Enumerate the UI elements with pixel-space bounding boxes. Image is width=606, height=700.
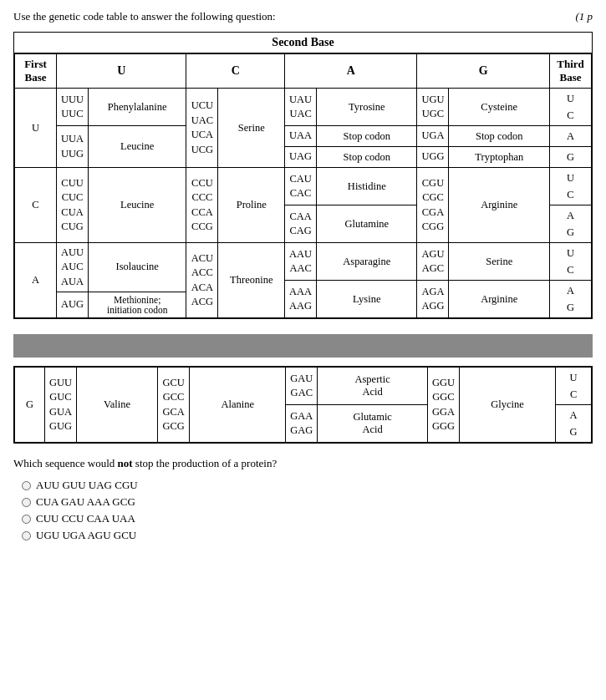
radio-circle	[22, 531, 31, 540]
amino-leucine-c: Leucine	[89, 168, 186, 243]
genetic-table-top: Second Base First Base U C A G Third Bas…	[13, 32, 593, 319]
amino-arginine-c: Arginine	[449, 168, 550, 243]
codon-ac-group: ACUACCACAACG	[186, 243, 218, 318]
choice-item[interactable]: UGU UGA AGU GCU	[22, 529, 593, 542]
radio-circle	[22, 515, 31, 524]
codon-uga: UGA	[417, 126, 449, 147]
choices-list: AUU GUU UAG CGUCUA GAU AAA GCGCUU CCU CA…	[13, 479, 593, 542]
amino-glycine: Glycine	[459, 368, 555, 443]
codon-caa-cag: CAACAG	[285, 205, 317, 243]
codon-uuu-uuc: UUUUUC	[57, 89, 89, 126]
question-container: Which sequence would not stop the produc…	[13, 457, 593, 470]
codon-aaa-aag: AAAAAG	[285, 281, 317, 318]
amino-methionine: Methionine;initiation codon	[89, 292, 186, 317]
section-divider	[13, 334, 593, 358]
codon-uag: UAG	[285, 147, 317, 168]
instruction-text: Use the genetic code table to answer the…	[13, 10, 276, 23]
amino-leucine-u: Leucine	[89, 126, 186, 168]
amino-asparagine: Asparagine	[317, 243, 417, 281]
amino-glutamic: GlutamicAcid	[318, 405, 428, 443]
amino-phenylalanine: Phenylalanine	[89, 89, 186, 126]
choice-item[interactable]: CUA GAU AAA GCG	[22, 495, 593, 509]
codon-uau-uac: UAUUAC	[285, 89, 317, 126]
choice-text: AUU GUU UAG CGU	[36, 479, 138, 492]
codon-table-top: First Base U C A G Third Base U UUUUUC P…	[14, 53, 592, 318]
amino-arginine-a: Arginine	[449, 281, 550, 318]
codon-agu-agc: AGUAGC	[417, 243, 449, 281]
first-base-header: First Base	[15, 54, 57, 89]
radio-circle	[22, 481, 31, 490]
amino-serine-a: Serine	[449, 243, 550, 281]
instruction-row: Use the genetic code table to answer the…	[13, 10, 593, 23]
codon-aga-agg: AGAAGG	[417, 281, 449, 318]
choice-text: UGU UGA AGU GCU	[36, 529, 136, 542]
first-base-g: G	[15, 368, 45, 443]
question-bold: not	[118, 457, 133, 469]
first-base-a: A	[15, 243, 57, 318]
choice-text: CUU CCU CAA UAA	[36, 512, 135, 525]
amino-cysteine: Cysteine	[449, 89, 550, 126]
third-base-u-a: A	[550, 126, 592, 147]
question-text-end: stop the production of a protein?	[135, 457, 277, 469]
codon-ugg: UGG	[417, 147, 449, 168]
codon-uc-group: UCUUACUCAUCG	[186, 89, 218, 168]
third-base-c-ag: AG	[550, 205, 592, 243]
amino-isolaucine: Isolaucine	[89, 243, 186, 292]
amino-threonine: Threonine	[218, 243, 285, 318]
codon-uua-uug: UUAUUG	[57, 126, 89, 168]
amino-stop-uga: Stop codon	[449, 126, 550, 147]
question-text-part1: Which sequence would	[13, 457, 115, 469]
radio-circle	[22, 498, 31, 507]
amino-lysine: Lysine	[317, 281, 417, 318]
amino-glutamine: Glutamine	[317, 205, 417, 243]
codon-table-g: G GUUGUCGUAGUG Valine GCUGCCGCAGCG Alani…	[14, 367, 592, 443]
genetic-table-g: G GUUGUCGUAGUG Valine GCUGCCGCAGCG Alani…	[13, 366, 593, 444]
codon-cg-group: CGUCGCCGACGG	[417, 168, 449, 243]
first-base-u: U	[15, 89, 57, 168]
third-base-a-uc: UC	[550, 243, 592, 281]
table-row: UUAUUG Leucine UAA Stop codon UGA Stop c…	[15, 126, 592, 147]
amino-tyrosine: Tyrosine	[317, 89, 417, 126]
codon-gg-group: GGUGGCGGAGGG	[427, 368, 459, 443]
codon-aau-aac: AAUAAC	[285, 243, 317, 281]
third-base-g-ag: AG	[556, 405, 592, 443]
col-a-header: A	[285, 54, 417, 89]
third-base-u-g: G	[550, 147, 592, 168]
col-u-header: U	[57, 54, 186, 89]
choice-item[interactable]: CUU CCU CAA UAA	[22, 512, 593, 525]
codon-cc-group: CCUCCCCCACCG	[186, 168, 218, 243]
first-base-c: C	[15, 168, 57, 243]
col-g-header: G	[417, 54, 550, 89]
amino-alanine: Alanine	[190, 368, 286, 443]
col-c-header: C	[186, 54, 285, 89]
third-base-c-uc: UC	[550, 168, 592, 205]
third-base-u-uc: UC	[550, 89, 592, 126]
codon-ugu-ugc: UGUUGC	[417, 89, 449, 126]
amino-aspartic: AsperticAcid	[318, 368, 428, 405]
amino-stop-uaa: Stop codon	[317, 126, 417, 147]
codon-gau-gac: GAUGAC	[286, 368, 318, 405]
choice-text: CUA GAU AAA GCG	[36, 495, 135, 509]
codon-gc-group: GCUGCCGCAGCG	[158, 368, 190, 443]
amino-proline: Proline	[218, 168, 285, 243]
choice-item[interactable]: AUU GUU UAG CGU	[22, 479, 593, 492]
codon-uaa: UAA	[285, 126, 317, 147]
codon-aug: AUG	[57, 292, 89, 317]
codon-auu-auc-aua: AUUAUCAUA	[57, 243, 89, 292]
amino-histidine: Histidine	[317, 168, 417, 205]
page-number: (1 p	[575, 10, 593, 23]
third-base-g-uc: UC	[556, 368, 592, 405]
amino-serine-u: Serine	[218, 89, 285, 168]
codon-gu-group: GUUGUCGUAGUG	[45, 368, 77, 443]
codon-cu-group: CUUCUCCUACUG	[57, 168, 89, 243]
amino-stop-uag: Stop codon	[317, 147, 417, 168]
second-base-header: Second Base	[14, 33, 592, 53]
amino-tryptophan: Tryptophan	[449, 147, 550, 168]
third-base-a-ag: AG	[550, 281, 592, 318]
amino-valine: Valine	[77, 368, 158, 443]
third-base-header: Third Base	[550, 54, 592, 89]
codon-cau-cac: CAUCAC	[285, 168, 317, 205]
codon-gaa-gag: GAAGAG	[286, 405, 318, 443]
